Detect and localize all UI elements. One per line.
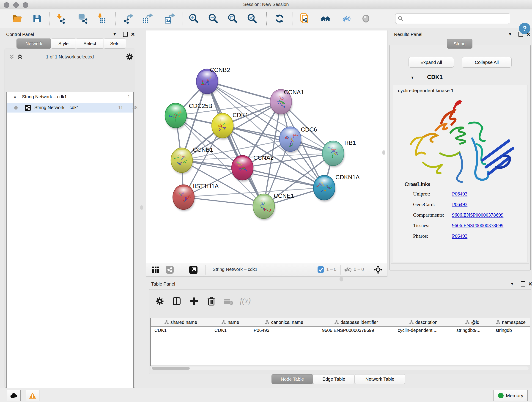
export-image-icon[interactable] <box>164 13 175 24</box>
table-panel-body: f(x) shared name name canonical name dat… <box>149 289 531 374</box>
crosslink-tissues-link[interactable]: 9606.ENSP00000378699 <box>452 223 503 229</box>
crosslink-label: Uniprot: <box>413 191 430 197</box>
toolbar-separator <box>180 265 180 274</box>
tab-node-table[interactable]: Node Table <box>272 374 313 384</box>
export-network-icon[interactable] <box>123 13 134 24</box>
tab-edge-table[interactable]: Edge Table <box>313 374 355 384</box>
table-cell[interactable]: stringdb:9... <box>453 327 492 334</box>
network-view-toolbar: String Network – cdk1 1 – 0 0 – 0 <box>146 263 387 277</box>
show-panel-eye-icon[interactable] <box>360 13 371 24</box>
collection-expander-icon[interactable]: ▼ <box>13 95 17 99</box>
hide-panel-eye-icon[interactable] <box>341 13 351 24</box>
tab-sets[interactable]: Sets <box>104 38 126 49</box>
zoom-in-icon[interactable] <box>188 13 199 24</box>
network-options-gear-icon[interactable] <box>126 53 133 61</box>
crosslink-compartments-link[interactable]: 9606.ENSP00000378699 <box>452 212 503 218</box>
collection-count: 1 <box>128 94 130 99</box>
open-session-icon[interactable] <box>12 13 23 24</box>
main-toolbar: ? <box>0 9 532 28</box>
gene-detail-box: cyclin-dependent kinase 1 <box>393 85 527 262</box>
warning-status-button[interactable] <box>26 390 39 401</box>
table-panel-menu-icon[interactable]: ▼ <box>510 282 514 286</box>
export-table-icon[interactable] <box>142 13 153 24</box>
column-header: shared name <box>151 318 211 327</box>
hidden-node-edge-counts: 0 – 0 <box>354 267 364 272</box>
tab-network[interactable]: Network <box>17 38 51 49</box>
results-panel-menu-icon[interactable]: ▼ <box>508 32 512 37</box>
crosslink-uniprot-link[interactable]: P06493 <box>452 191 467 197</box>
tab-style[interactable]: Style <box>51 38 76 49</box>
pan-crosshair-icon[interactable] <box>374 265 383 274</box>
control-panel-menu-icon[interactable]: ▼ <box>113 32 117 37</box>
expand-all-icon[interactable] <box>17 53 23 60</box>
collapse-all-button[interactable]: Collapse All <box>462 57 512 68</box>
scrollbar-thumb[interactable] <box>152 367 190 370</box>
gene-name: CDK1 <box>427 74 443 80</box>
vertical-splitter-handle[interactable] <box>382 150 385 155</box>
crosslinks-heading: CrossLinks <box>404 181 430 187</box>
toolbar-separator <box>115 12 116 26</box>
import-table-icon[interactable] <box>95 13 106 24</box>
zoom-selected-icon[interactable] <box>247 13 258 24</box>
tab-network-table[interactable]: Network Table <box>355 374 405 384</box>
toolbar-separator <box>293 12 293 26</box>
zoom-fit-icon[interactable] <box>227 13 238 24</box>
table-cell[interactable]: P06493 <box>250 327 318 334</box>
results-panel-close-icon[interactable]: × <box>526 32 530 37</box>
import-network-database-icon[interactable] <box>77 13 88 24</box>
control-panel-float-icon[interactable] <box>123 32 128 37</box>
svg-text:CDC25B: CDC25B <box>189 102 212 109</box>
column-header: namespace <box>492 318 530 327</box>
crosslink-genecard-link[interactable]: P06493 <box>452 201 467 207</box>
protein-structure-image <box>401 96 520 188</box>
open-view-icon[interactable] <box>189 266 197 274</box>
table-cell[interactable]: stringdb <box>492 327 530 334</box>
crosslink-label: Pharos: <box>413 233 428 239</box>
results-panel: Results Panel ▼ × Expand All Collapse Al… <box>388 31 532 280</box>
results-panel-float-icon[interactable] <box>519 32 523 37</box>
show-columns-icon[interactable] <box>172 297 181 305</box>
gene-section: ▼ CDK1 cyclin-dependent kinase 1 <box>391 72 529 264</box>
save-session-icon[interactable] <box>32 13 43 24</box>
svg-text:HIST1H1A: HIST1H1A <box>190 183 219 190</box>
table-cell[interactable]: CDK1 <box>151 327 211 334</box>
zoom-out-icon[interactable] <box>208 13 219 24</box>
string-style-icon[interactable] <box>166 266 174 274</box>
control-panel: Control Panel ▼ × Network Style Select S… <box>0 31 137 388</box>
table-cell[interactable]: 9606.ENSP00000378699 <box>318 327 394 334</box>
home-pages-icon[interactable] <box>320 13 331 24</box>
table-settings-gear-icon[interactable] <box>156 297 164 305</box>
hidden-eye-slash-icon[interactable] <box>344 267 351 273</box>
gene-expander-icon[interactable]: ▼ <box>411 76 414 80</box>
memory-button[interactable]: Memory <box>494 390 528 401</box>
network-collection-row[interactable]: ▼ String Network – cdk1 1 <box>7 94 133 102</box>
table-cell[interactable]: CDK1 <box>211 327 250 334</box>
birdseye-grid-icon[interactable] <box>152 266 159 273</box>
refresh-icon[interactable] <box>274 13 285 24</box>
tab-select[interactable]: Select <box>76 38 104 49</box>
add-column-icon[interactable] <box>190 297 198 305</box>
cloud-status-button[interactable] <box>7 390 21 401</box>
network-row-selected[interactable]: String Network – cdk1 11 48 <box>7 103 133 113</box>
table-cell[interactable]: cyclin-dependent ... <box>394 327 453 334</box>
delete-column-icon[interactable] <box>207 297 215 306</box>
expand-all-button[interactable]: Expand All <box>409 57 454 68</box>
graph-node-CDK1 <box>212 113 234 140</box>
network-canvas[interactable]: CCNB2CCNA1CDC25BCDK1CDC6RB1CCNB1CCNA2CDK… <box>146 31 387 263</box>
control-panel-close-icon[interactable]: × <box>131 32 135 37</box>
apply-function-icon[interactable]: f(x) <box>240 296 251 305</box>
vertical-splitter-handle[interactable] <box>140 205 143 210</box>
crosslink-pharos-link[interactable]: P06493 <box>452 233 467 239</box>
table-horizontal-scrollbar[interactable] <box>151 366 529 370</box>
delete-table-icon[interactable] <box>224 299 234 305</box>
table-panel-close-icon[interactable]: × <box>529 282 532 286</box>
table-panel-float-icon[interactable] <box>521 281 525 287</box>
open-in-browser-icon[interactable] <box>299 13 310 24</box>
import-network-file-icon[interactable] <box>55 13 66 24</box>
node-table: shared name name canonical name database… <box>150 318 530 366</box>
tab-string-results[interactable]: String <box>447 39 472 49</box>
collapse-all-icon[interactable] <box>8 53 15 60</box>
selected-checkbox-icon[interactable] <box>317 266 324 273</box>
column-header: canonical name <box>250 318 319 327</box>
search-input[interactable] <box>405 14 507 22</box>
